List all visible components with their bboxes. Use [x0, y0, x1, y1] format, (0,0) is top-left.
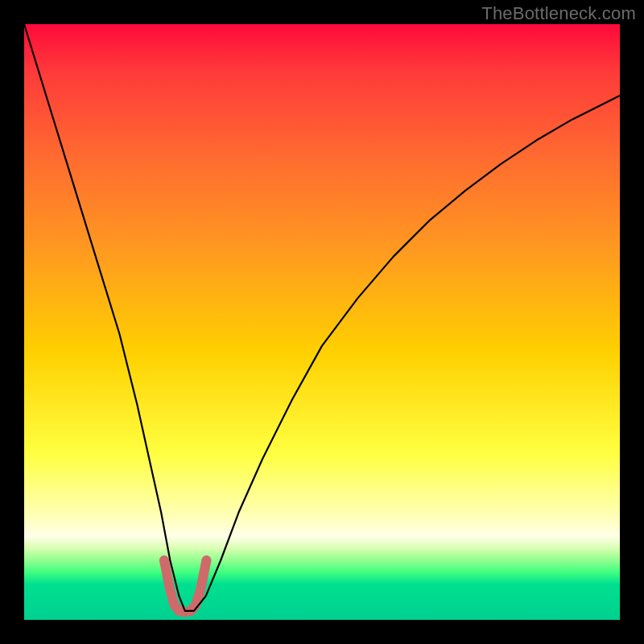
bottleneck-curve	[24, 24, 620, 611]
watermark-text: TheBottleneck.com	[481, 3, 636, 24]
chart-svg	[24, 24, 620, 620]
